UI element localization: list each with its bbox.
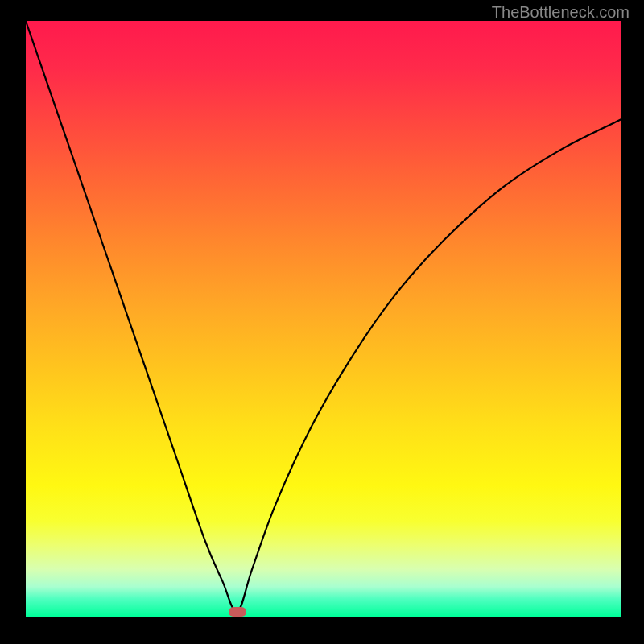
bottleneck-curve bbox=[26, 21, 621, 612]
plot-area bbox=[26, 21, 621, 617]
curve-svg bbox=[26, 21, 621, 617]
optimum-marker bbox=[229, 607, 246, 617]
watermark-text: TheBottleneck.com bbox=[492, 3, 630, 22]
